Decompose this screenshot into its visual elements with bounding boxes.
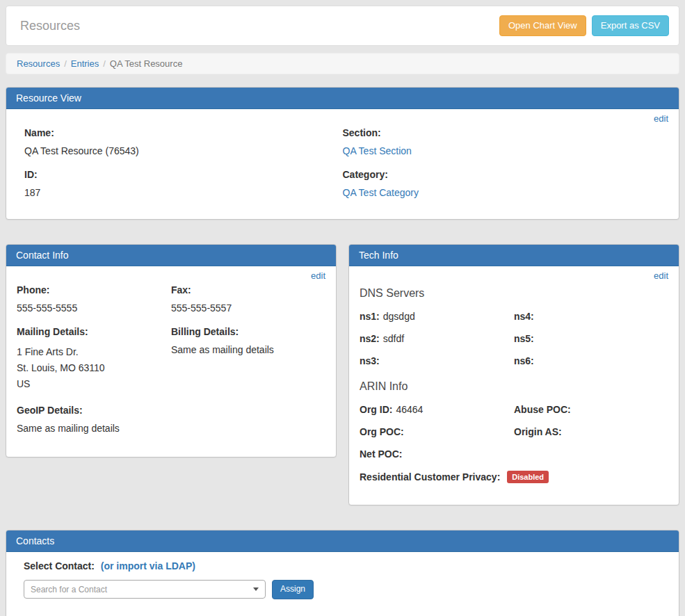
org-poc-field: Org POC: bbox=[360, 426, 514, 437]
contact-info-panel-title: Contact Info bbox=[6, 245, 336, 266]
breadcrumb-separator: / bbox=[64, 58, 67, 69]
mailing-address-line: US bbox=[17, 376, 171, 392]
residential-privacy-label: Residential Customer Privacy: bbox=[360, 471, 500, 483]
dns-servers-grid: ns1:dgsdgd ns2:sdfdf ns3: ns4: ns5: ns6: bbox=[360, 311, 668, 378]
resource-view-right-column: Section: QA Test Section Category: QA Te… bbox=[343, 127, 661, 211]
arin-info-heading: ARIN Info bbox=[360, 380, 668, 393]
contacts-panel: Contacts Select Contact: (or import via … bbox=[6, 530, 679, 616]
id-value: 187 bbox=[24, 187, 40, 198]
tech-info-panel-body: edit DNS Servers ns1:dgsdgd ns2:sdfdf ns… bbox=[349, 266, 679, 505]
name-value: QA Test Resource (76543) bbox=[24, 145, 139, 156]
geoip-details-label: GeoIP Details: bbox=[17, 405, 171, 416]
tech-info-edit-link[interactable]: edit bbox=[654, 270, 668, 281]
section-label: Section: bbox=[343, 127, 661, 138]
dns-servers-heading: DNS Servers bbox=[360, 287, 668, 300]
breadcrumb-current: QA Test Resource bbox=[110, 58, 183, 69]
breadcrumb: Resources/Entries/QA Test Resource bbox=[6, 53, 679, 74]
arin-info-grid: Org ID:46464 Abuse POC: Org POC: Origin … bbox=[360, 404, 668, 471]
fax-value: 555-555-5557 bbox=[171, 302, 232, 314]
contact-select-row: Search for a Contact Assign bbox=[24, 580, 661, 599]
abuse-poc-field: Abuse POC: bbox=[514, 404, 668, 415]
mailing-details-label: Mailing Details: bbox=[17, 326, 171, 337]
import-via-ldap-link[interactable]: (or import via LDAP) bbox=[101, 560, 195, 572]
ns2-value: sdfdf bbox=[383, 333, 404, 344]
org-id-field: Org ID:46464 bbox=[360, 404, 514, 415]
phone-label: Phone: bbox=[17, 284, 171, 295]
ns3-field: ns3: bbox=[360, 355, 514, 366]
id-label: ID: bbox=[24, 169, 343, 180]
select-contact-label-row: Select Contact: (or import via LDAP) bbox=[24, 560, 661, 572]
ns2-field: ns2:sdfdf bbox=[360, 333, 514, 344]
contacts-panel-title: Contacts bbox=[6, 530, 679, 552]
geoip-details-value: Same as mailing details bbox=[17, 423, 120, 434]
ns5-field: ns5: bbox=[514, 333, 668, 344]
category-label: Category: bbox=[343, 169, 661, 180]
origin-as-field: Origin AS: bbox=[514, 426, 668, 437]
billing-details-value: Same as mailing details bbox=[171, 344, 274, 355]
fax-label: Fax: bbox=[171, 284, 325, 295]
resource-view-left-column: Name: QA Test Resource (76543) ID: 187 bbox=[24, 127, 343, 211]
contact-info-panel-body: edit Phone: 555-555-5555 Mailing Details… bbox=[6, 266, 336, 457]
ns1-value: dgsdgd bbox=[383, 311, 415, 322]
resource-view-panel: Resource View edit Name: QA Test Resourc… bbox=[6, 87, 679, 220]
select-contact-label: Select Contact: bbox=[24, 560, 95, 572]
category-link[interactable]: QA Test Category bbox=[343, 187, 419, 198]
header-actions: Open Chart View Export as CSV bbox=[494, 15, 669, 37]
billing-details-label: Billing Details: bbox=[171, 326, 325, 337]
section-link[interactable]: QA Test Section bbox=[343, 145, 412, 156]
info-panels-row: Contact Info edit Phone: 555-555-5555 Ma… bbox=[6, 244, 679, 505]
privacy-status-badge: Disabled bbox=[507, 471, 549, 483]
phone-value: 555-555-5555 bbox=[17, 302, 77, 314]
contact-info-right-column: Fax: 555-555-5557 Billing Details: Same … bbox=[171, 284, 325, 446]
resource-view-panel-body: edit Name: QA Test Resource (76543) ID: … bbox=[6, 109, 679, 219]
chevron-down-icon bbox=[253, 587, 259, 591]
breadcrumb-separator: / bbox=[103, 58, 106, 69]
contact-info-left-column: Phone: 555-555-5555 Mailing Details: 1 F… bbox=[17, 284, 171, 446]
breadcrumb-link-entries[interactable]: Entries bbox=[71, 58, 99, 69]
contacts-panel-body: Select Contact: (or import via LDAP) Sea… bbox=[6, 552, 679, 616]
residential-privacy-field: Residential Customer Privacy: Disabled bbox=[360, 471, 668, 483]
ns6-field: ns6: bbox=[514, 355, 668, 366]
mailing-address-line: 1 Fine Arts Dr. bbox=[17, 344, 171, 360]
resource-view-panel-title: Resource View bbox=[6, 88, 679, 109]
net-poc-field: Net POC: bbox=[360, 448, 514, 460]
assign-button[interactable]: Assign bbox=[272, 580, 314, 599]
page-header: Resources Open Chart View Export as CSV bbox=[6, 6, 679, 46]
contact-select-placeholder: Search for a Contact bbox=[31, 585, 107, 594]
contact-info-edit-link[interactable]: edit bbox=[311, 270, 325, 281]
contact-info-panel: Contact Info edit Phone: 555-555-5555 Ma… bbox=[6, 244, 337, 457]
open-chart-view-button[interactable]: Open Chart View bbox=[499, 15, 586, 37]
org-id-value: 46464 bbox=[396, 404, 423, 415]
name-label: Name: bbox=[24, 127, 343, 138]
page: Resources Open Chart View Export as CSV … bbox=[0, 0, 685, 616]
export-csv-button[interactable]: Export as CSV bbox=[592, 15, 669, 37]
ns4-field: ns4: bbox=[514, 311, 668, 322]
ns1-field: ns1:dgsdgd bbox=[360, 311, 514, 322]
mailing-address-line: St. Louis, MO 63110 bbox=[17, 360, 171, 376]
breadcrumb-link-resources[interactable]: Resources bbox=[17, 58, 60, 69]
resource-view-edit-link[interactable]: edit bbox=[654, 113, 668, 124]
tech-info-panel: Tech Info edit DNS Servers ns1:dgsdgd ns… bbox=[348, 244, 679, 505]
contact-select[interactable]: Search for a Contact bbox=[24, 580, 266, 599]
page-title: Resources bbox=[20, 19, 80, 33]
tech-info-panel-title: Tech Info bbox=[349, 245, 679, 266]
